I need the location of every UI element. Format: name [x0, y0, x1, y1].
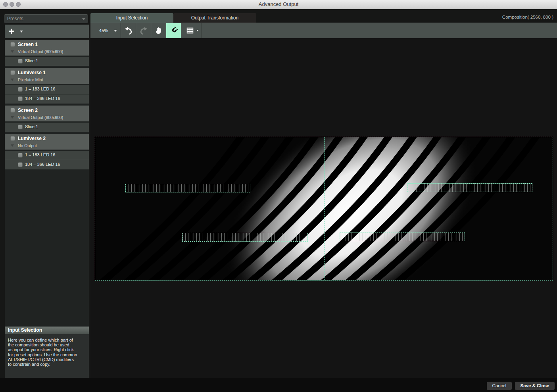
led-range-label: 1 – 183 LED 16: [25, 152, 55, 157]
composition-size-label: Composition( 2560, 800 ): [502, 15, 553, 19]
slice-label: Slice 1: [25, 58, 38, 63]
tree-group-header[interactable]: Lumiverse 1 Pixelator Mini: [5, 68, 89, 84]
group-title: Screen 1: [18, 42, 38, 47]
tree-group-header[interactable]: Lumiverse 2 No Output: [5, 134, 89, 150]
led-range-label: 184 – 366 LED 16: [25, 162, 60, 167]
enable-checkbox[interactable]: [18, 125, 23, 129]
led-range-label: 1 – 183 LED 16: [25, 86, 55, 91]
group-title: Lumiverse 2: [18, 136, 46, 141]
group-subtitle: No Output: [18, 143, 37, 148]
tree-row-led-range[interactable]: 1 – 183 LED 16: [5, 151, 89, 160]
redo-button[interactable]: [136, 23, 151, 38]
slice-input-rect[interactable]: [340, 233, 465, 241]
group-title: Lumiverse 1: [18, 70, 46, 75]
add-screen-toolbar[interactable]: +: [5, 25, 89, 38]
slice-input-rect[interactable]: [182, 233, 308, 242]
chevron-down-icon: [20, 31, 23, 33]
tree-group-lumiverse-1: Lumiverse 1 Pixelator Mini 1 – 183 LED 1…: [5, 68, 89, 104]
undo-icon: [124, 26, 133, 35]
grid-icon: [186, 26, 194, 35]
composition-preview[interactable]: [95, 137, 553, 281]
presets-dropdown[interactable]: Presets: [4, 14, 88, 23]
tab-input-selection[interactable]: Input Selection: [90, 13, 173, 23]
grid-options-button[interactable]: [181, 23, 202, 38]
enable-checkbox[interactable]: [18, 59, 23, 63]
enable-checkbox[interactable]: [10, 136, 15, 141]
zoom-level-value: 45%: [99, 28, 108, 33]
group-subtitle: Pixelator Mini: [18, 77, 43, 82]
chevron-down-icon: [82, 18, 85, 20]
window-titlebar: Advanced Output: [0, 0, 557, 9]
tree-row-slice[interactable]: Slice 1: [5, 57, 89, 66]
tab-output-transformation[interactable]: Output Transformation: [173, 13, 256, 23]
pan-tool-button[interactable]: [151, 23, 166, 38]
slice-input-rect[interactable]: [125, 184, 250, 192]
canvas-toolbar: 45%: [90, 23, 557, 38]
tree-row-led-range[interactable]: 184 – 366 LED 16: [5, 160, 89, 169]
enable-checkbox[interactable]: [18, 87, 23, 92]
slice-input-rect[interactable]: [407, 183, 532, 192]
footer-bar: Cancel Save & Close: [0, 378, 557, 392]
disclosure-triangle-icon[interactable]: [11, 116, 14, 119]
disclosure-triangle-icon[interactable]: [11, 50, 14, 53]
tree-group-screen-2: Screen 2 Virtual Output (800x600) Slice …: [5, 106, 89, 132]
group-title: Screen 2: [18, 108, 38, 113]
chevron-down-icon: [196, 30, 199, 31]
enable-checkbox[interactable]: [18, 96, 23, 101]
redo-icon: [139, 26, 148, 35]
zoom-level-select[interactable]: 45%: [90, 23, 121, 38]
plus-icon: +: [9, 26, 14, 37]
screen-divider-guide: [324, 137, 325, 280]
enable-checkbox[interactable]: [10, 70, 15, 75]
window-title: Advanced Output: [0, 0, 557, 9]
enable-checkbox[interactable]: [18, 162, 23, 167]
snap-tool-button[interactable]: [166, 23, 181, 38]
disclosure-triangle-icon[interactable]: [11, 79, 14, 81]
tree-group-lumiverse-2: Lumiverse 2 No Output 1 – 183 LED 16 184…: [5, 134, 89, 169]
tree-group-header[interactable]: Screen 1 Virtual Output (800x600): [5, 40, 89, 56]
slice-label: Slice 1: [25, 124, 38, 129]
group-subtitle: Virtual Output (800x600): [18, 49, 63, 54]
chevron-down-icon: [114, 30, 117, 32]
enable-checkbox[interactable]: [10, 42, 15, 47]
output-device-tree: Screen 1 Virtual Output (800x600) Slice …: [5, 40, 89, 171]
tree-row-led-range[interactable]: 1 – 183 LED 16: [5, 85, 89, 94]
hand-icon: [154, 26, 163, 35]
enable-checkbox[interactable]: [10, 108, 15, 113]
tree-row-slice[interactable]: Slice 1: [5, 123, 89, 132]
enable-checkbox[interactable]: [18, 153, 23, 158]
undo-button[interactable]: [121, 23, 136, 38]
save-close-button[interactable]: Save & Close: [515, 382, 555, 390]
disclosure-triangle-icon[interactable]: [11, 144, 14, 147]
group-subtitle: Virtual Output (800x600): [18, 115, 63, 120]
cancel-button[interactable]: Cancel: [487, 382, 512, 390]
tree-group-header[interactable]: Screen 2 Virtual Output (800x600): [5, 106, 89, 121]
led-range-label: 184 – 366 LED 16: [25, 96, 60, 101]
tree-row-led-range[interactable]: 184 – 366 LED 16: [5, 94, 89, 104]
magnet-icon: [169, 26, 179, 35]
tree-group-screen-1: Screen 1 Virtual Output (800x600) Slice …: [5, 40, 89, 66]
presets-label: Presets: [7, 16, 23, 21]
info-panel-text: Here you can define which part of the co…: [5, 334, 89, 378]
info-panel-title: Input Selection: [5, 327, 89, 334]
